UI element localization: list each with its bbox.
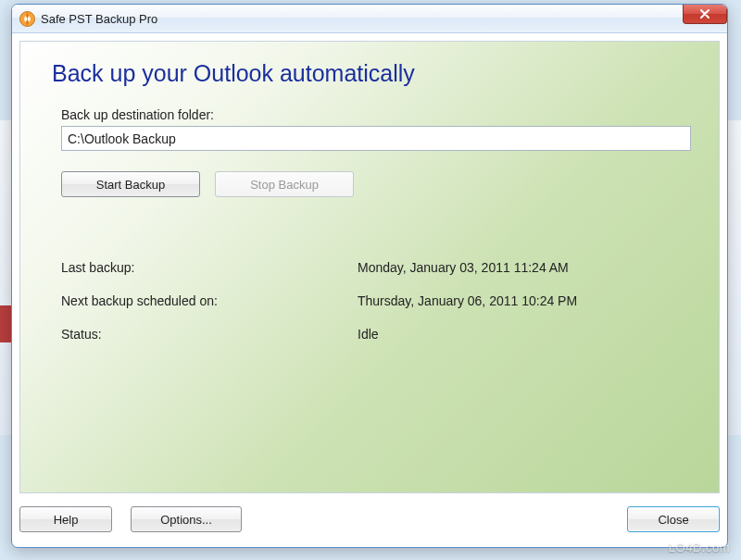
close-icon [699, 9, 710, 19]
app-window: Safe PST Backup Pro Back up your Outlook… [11, 4, 728, 548]
watermark: LO4D.com [669, 541, 730, 554]
next-backup-value: Thursday, January 06, 2011 10:24 PM [358, 293, 691, 308]
options-button[interactable]: Options... [131, 506, 242, 532]
status-value: Idle [358, 327, 691, 342]
footer-bar: Help Options... Close [19, 499, 720, 540]
destination-input[interactable] [61, 126, 691, 151]
destination-label: Back up destination folder: [61, 107, 691, 122]
main-panel: Back up your Outlook automatically Back … [19, 41, 720, 493]
close-button[interactable]: Close [627, 506, 720, 532]
start-backup-button[interactable]: Start Backup [61, 171, 200, 197]
status-label: Status: [61, 327, 358, 342]
backup-button-row: Start Backup Stop Backup [61, 171, 691, 197]
page-heading: Back up your Outlook automatically [52, 60, 691, 87]
last-backup-value: Monday, January 03, 2011 11:24 AM [358, 260, 691, 275]
background-accent [0, 305, 11, 342]
last-backup-label: Last backup: [61, 260, 358, 275]
info-grid: Last backup: Monday, January 03, 2011 11… [61, 260, 691, 342]
stop-backup-button: Stop Backup [215, 171, 354, 197]
help-button[interactable]: Help [19, 506, 112, 532]
window-title: Safe PST Backup Pro [41, 12, 157, 26]
window-close-button[interactable] [683, 5, 727, 24]
titlebar[interactable]: Safe PST Backup Pro [12, 5, 727, 33]
next-backup-label: Next backup scheduled on: [61, 293, 358, 308]
app-icon [19, 11, 35, 27]
